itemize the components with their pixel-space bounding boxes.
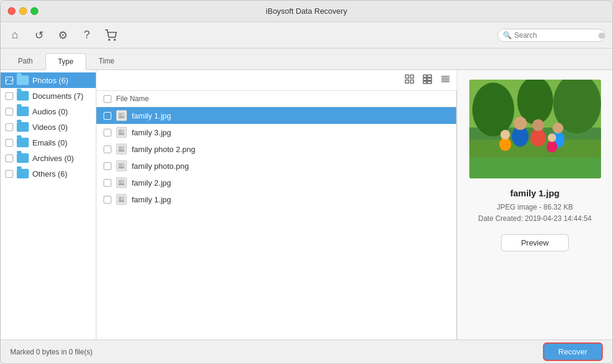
toolbar-icons: ⌂ ↺ ⚙ ?: [8, 28, 118, 43]
photos-label: Photos (6): [32, 76, 68, 85]
file-list-container: File Name family 1.jpg family 3.jpg: [96, 70, 457, 339]
videos-checkbox[interactable]: [5, 123, 13, 131]
titlebar: iBoysoft Data Recovery: [1, 1, 612, 22]
svg-rect-9: [427, 78, 432, 81]
sidebar-item-audios[interactable]: Audios (0): [1, 104, 96, 119]
sidebar-item-photos[interactable]: ✓ Photos (6): [1, 72, 96, 88]
minimize-button[interactable]: [19, 7, 27, 15]
svg-point-17: [120, 114, 121, 115]
svg-point-21: [120, 147, 121, 148]
file-checkbox-5[interactable]: [104, 196, 111, 204]
preview-filename: family 1.jpg: [510, 188, 560, 198]
file-name-0: family 1.jpg: [132, 111, 171, 120]
nav-tabs: Path Type Time: [1, 48, 612, 70]
list-item[interactable]: family 2.jpg: [96, 174, 456, 191]
documents-folder-icon: [17, 91, 29, 101]
search-icon: 🔍: [503, 31, 512, 40]
sidebar-item-videos[interactable]: Videos (0): [1, 119, 96, 135]
search-input[interactable]: [514, 31, 598, 40]
clear-search-icon[interactable]: ⊗: [598, 31, 605, 40]
close-button[interactable]: [8, 7, 16, 15]
svg-rect-4: [405, 80, 408, 83]
help-icon[interactable]: ?: [80, 28, 94, 43]
sidebar-item-archives[interactable]: Archives (0): [1, 150, 96, 166]
recover-button[interactable]: Recover: [543, 342, 603, 361]
svg-point-41: [500, 130, 510, 139]
audios-label: Audios (0): [32, 107, 68, 116]
photos-folder-icon: [17, 75, 29, 85]
others-label: Others (6): [32, 169, 68, 178]
photos-checkbox[interactable]: ✓: [5, 77, 13, 84]
toolbar: ⌂ ↺ ⚙ ? 🔍 ⊗: [1, 22, 612, 48]
file-name-5: family 1.jpg: [132, 195, 171, 204]
preview-button[interactable]: Preview: [501, 234, 568, 251]
sidebar: ✓ Photos (6) Documents (7) Audios (0) Vi…: [1, 70, 96, 339]
audios-checkbox[interactable]: [5, 108, 13, 116]
maximize-button[interactable]: [31, 7, 38, 15]
file-checkbox-0[interactable]: [104, 112, 111, 120]
others-folder-icon: [17, 169, 29, 178]
file-checkbox-4[interactable]: [104, 179, 111, 187]
svg-rect-11: [427, 81, 432, 84]
svg-rect-2: [405, 75, 408, 78]
refresh-icon[interactable]: ↺: [32, 28, 46, 43]
svg-point-19: [120, 131, 121, 132]
svg-point-37: [532, 119, 544, 131]
preview-panel: family 1.jpg JPEG image - 86.32 KB Date …: [457, 70, 612, 339]
file-name-2: family photo 2.png: [132, 145, 195, 154]
svg-point-36: [530, 129, 546, 147]
sidebar-item-emails[interactable]: Emails (0): [1, 135, 96, 150]
list-view-icon[interactable]: [421, 72, 434, 88]
file-name-header: File Name: [116, 95, 149, 103]
file-thumb-1: [116, 127, 127, 138]
file-checkbox-1[interactable]: [104, 129, 111, 136]
file-name-4: family 2.jpg: [132, 178, 171, 187]
statusbar: Marked 0 bytes in 0 file(s) Recover: [1, 339, 612, 363]
preview-meta-line1: JPEG image - 86.32 KB: [497, 203, 573, 211]
view-icons: [96, 70, 457, 91]
home-icon[interactable]: ⌂: [8, 28, 22, 43]
list-item[interactable]: family photo 2.png: [96, 141, 456, 157]
file-thumb-4: [116, 177, 127, 188]
videos-folder-icon: [17, 122, 29, 132]
documents-label: Documents (7): [32, 92, 83, 101]
emails-label: Emails (0): [32, 138, 68, 147]
svg-point-23: [120, 164, 121, 165]
svg-rect-10: [423, 81, 426, 84]
audios-folder-icon: [17, 107, 29, 116]
file-thumb-5: [116, 194, 127, 205]
file-thumb-0: [116, 110, 127, 121]
cart-icon[interactable]: [104, 28, 118, 43]
thumbnail-view-icon[interactable]: [403, 72, 416, 88]
documents-checkbox[interactable]: [5, 92, 13, 100]
others-checkbox[interactable]: [5, 170, 13, 178]
tab-type[interactable]: Type: [45, 53, 86, 70]
list-item[interactable]: family photo.png: [96, 157, 456, 174]
list-item[interactable]: family 1.jpg: [96, 107, 456, 124]
status-text: Marked 0 bytes in 0 file(s): [10, 348, 92, 356]
sidebar-item-documents[interactable]: Documents (7): [1, 88, 96, 104]
svg-point-27: [120, 198, 121, 199]
archives-folder-icon: [17, 153, 29, 163]
select-all-checkbox[interactable]: [104, 95, 111, 103]
file-checkbox-3[interactable]: [104, 162, 111, 170]
videos-label: Videos (0): [32, 123, 68, 132]
detail-view-icon[interactable]: [439, 72, 452, 88]
emails-checkbox[interactable]: [5, 139, 13, 147]
file-list-header: File Name: [96, 91, 456, 107]
list-item[interactable]: family 1.jpg: [96, 191, 456, 208]
svg-rect-6: [423, 75, 426, 77]
svg-point-1: [114, 39, 116, 40]
preview-image: [469, 80, 601, 178]
tab-path[interactable]: Path: [5, 53, 45, 69]
list-item[interactable]: family 3.jpg: [96, 124, 456, 141]
window-title: iBoysoft Data Recovery: [266, 7, 347, 16]
file-checkbox-2[interactable]: [104, 145, 111, 153]
file-thumb-2: [116, 144, 127, 154]
tab-time[interactable]: Time: [86, 53, 127, 69]
settings-icon[interactable]: ⚙: [56, 28, 70, 43]
sidebar-item-others[interactable]: Others (6): [1, 166, 96, 181]
search-bar[interactable]: 🔍 ⊗: [497, 29, 605, 42]
archives-checkbox[interactable]: [5, 154, 13, 162]
emails-folder-icon: [17, 138, 29, 147]
